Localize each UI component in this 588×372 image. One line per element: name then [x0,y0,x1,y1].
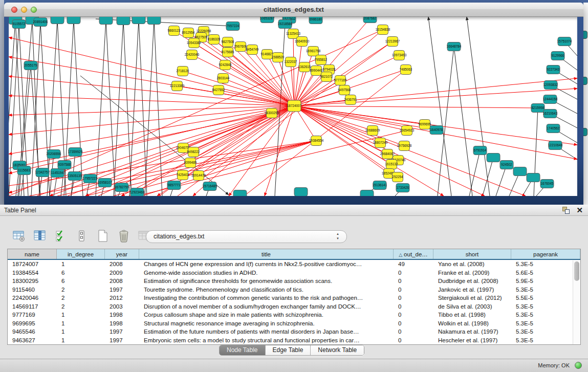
graph-node-label: 16958107 [98,181,113,184]
graph-node[interactable] [487,154,500,162]
combo-arrows-icon: ▲▼ [336,232,339,241]
table-row[interactable]: 1938455462009Genome-wide association stu… [8,269,580,277]
table-cell-pagerank: 5.3E-5 [511,302,580,311]
selection-mode-button[interactable] [53,228,69,244]
table-cell-name: 14569117 [8,302,57,311]
table-cell-year: 1998 [105,319,139,328]
table-cell-title: Tourette syndrome. Phenomenology and cla… [139,286,394,294]
graph-edge [244,70,406,196]
graph-node-label: 6791914 [474,148,487,152]
citation-graph[interactable]: 9105572208914061065328715276026986180795… [9,17,577,196]
graph-node[interactable] [117,17,130,25]
graph-node[interactable] [527,173,540,182]
graph-node-label: 16961758 [306,49,321,53]
create-column-button[interactable] [95,228,111,244]
graph-node-label: 1588520 [272,55,285,59]
graph-node-label: 6986180 [310,17,322,21]
table-row[interactable]: 977716911998Corpus callosum shape and si… [8,311,580,319]
graph-node[interactable] [132,17,145,24]
graph-node-label: 16782759 [115,185,129,189]
table-panel: Table Panel ✕ [0,205,588,372]
table-row[interactable]: 2242004622012Investigating the contribut… [8,294,580,302]
table-cell-out_degree: 0 [394,327,433,336]
graph-node-label: 1362615 [298,65,311,69]
graph-node-label: 2967606 [234,45,247,48]
table-cell-title: Embryonic stem cells: a model to study s… [139,336,394,345]
table-cell-short: Jankovic et al. (1997) [433,286,511,294]
column-header-name[interactable]: name [8,249,57,259]
graph-edge [106,20,115,196]
column-header-out_degree[interactable]: △out_de… [394,249,433,259]
graph-node[interactable] [51,17,64,24]
graph-edge [9,96,294,106]
graph-edge [294,106,538,108]
delete-column-button[interactable] [116,228,132,244]
graph-node[interactable] [233,190,247,196]
graph-node-label: 12213967 [385,39,400,43]
table-row[interactable]: 1830029562008Estimation of significance … [8,277,580,286]
memory-status-label: Memory: OK [538,362,570,368]
graph-node-label: 9777169 [334,78,347,82]
table-cell-name: 22420046 [8,294,57,302]
table-row[interactable]: 911546021997Tourette syndrome. Phenomeno… [8,286,580,294]
graph-node-label: 16154838 [376,28,390,31]
table-row[interactable]: 946554611997Estimation of the future num… [8,327,580,336]
table-cell-title: Investigating the contribution of common… [139,294,394,302]
graph-node-label: 17359929 [68,150,83,154]
table-cell-out_degree: 0 [394,294,433,302]
column-header-in_degree[interactable]: in_degree [57,249,105,259]
table-cell-pagerank: 5.3E-5 [511,327,580,336]
table-scrollbar-thumb[interactable] [574,261,579,281]
table-row[interactable]: 1456911722003Disruption of a novel membe… [8,302,580,311]
graph-node-label: 16210643 [543,112,558,115]
graph-node-label: 2087682 [364,17,377,20]
network-canvas[interactable]: 9105572208914061065328715276026986180795… [9,17,577,196]
table-cell-year: 1997 [105,327,139,336]
tab-network-table[interactable]: Network Table [311,345,364,355]
column-header-pagerank[interactable]: pagerank [511,249,580,259]
tab-node-table[interactable]: Node Table [220,345,266,355]
table-scrollbar[interactable] [573,260,580,345]
graph-node[interactable] [99,17,113,25]
graph-edge [193,106,294,152]
table-cell-out_degree: 0 [394,286,433,294]
table-row[interactable]: 946362711997Embryonic stem cells: a mode… [8,336,580,345]
graph-node-label: 9699695 [419,122,431,126]
table-cell-name: 9465546 [8,327,57,336]
table-header-row: namein_degreeyeartitle△out_de…shortpager… [8,249,580,260]
graph-node[interactable] [67,17,80,24]
column-header-title[interactable]: title [139,249,394,259]
graph-node[interactable] [147,17,161,25]
table-cell-pagerank: 5.9E-5 [511,277,580,286]
float-panel-icon[interactable] [562,206,570,214]
graph-node[interactable] [360,190,374,196]
graph-node-label: 12444158 [543,97,558,101]
network-window-titlebar[interactable]: citations_edges.txt [4,3,583,17]
tab-edge-table[interactable]: Edge Table [266,345,311,355]
graph-node-label: 29684067 [380,152,395,156]
graph-node[interactable] [294,188,308,196]
show-columns-button[interactable] [32,228,48,244]
column-header-year[interactable]: year [105,249,139,259]
graph-node-label: 16648784 [447,45,462,48]
table-row[interactable]: 1872400712008Changes of HCN gene express… [8,260,580,269]
table-selector-dropdown[interactable]: citations_edges.txt ▲▼ [146,230,347,243]
row-height-button[interactable] [74,228,90,244]
close-panel-icon[interactable]: ✕ [576,206,583,214]
graph-node-label: 1145194 [51,171,64,174]
graph-node-label: 9821072 [320,75,333,78]
table-cell-in_degree: 2 [57,302,105,311]
table-options-button[interactable] [11,228,27,244]
graph-node-label: 2055179 [25,63,37,67]
graph-node-label: 8215958 [532,106,545,110]
graph-node[interactable] [513,167,527,176]
graph-node-label: 8912954 [182,31,195,34]
graph-node-label: 8990443 [310,69,323,72]
table-cell-out_degree: 0 [394,269,433,277]
table-row[interactable]: 969969511998Structural magnetic resonanc… [8,319,580,328]
column-header-short[interactable]: short [433,249,511,259]
graph-node-label: 252254 [392,175,403,179]
graph-node-label: 10653287 [260,17,275,20]
graph-node-label: 9399489 [184,161,197,164]
graph-node-label: 9827508 [222,40,234,43]
